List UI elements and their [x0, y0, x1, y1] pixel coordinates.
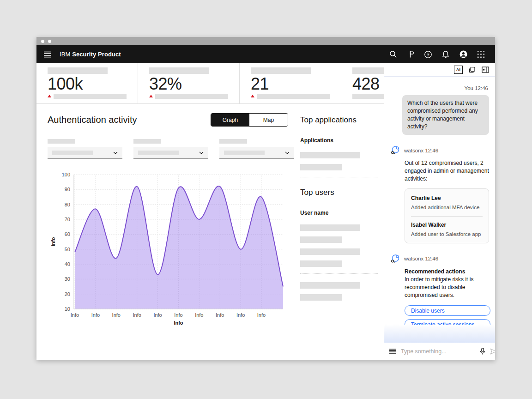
filter-label-skeleton	[48, 139, 75, 144]
app-window: IBM Security Product ?	[36, 37, 495, 360]
app-switcher-icon	[478, 51, 484, 58]
metric-card[interactable]: 21	[240, 63, 341, 103]
window-control-dot[interactable]	[41, 40, 44, 43]
metric-trend-skeleton	[257, 94, 330, 99]
app-header: IBM Security Product ?	[36, 45, 495, 63]
chat-input-bar	[384, 343, 495, 360]
top-users-title: Top users	[300, 186, 378, 197]
bot-message-text: Out of 12 compromised users, 2 engaged i…	[405, 159, 489, 183]
send-button[interactable]	[490, 348, 495, 355]
list-item-skeleton	[300, 282, 360, 289]
user-message-meta: You 12:46	[391, 85, 488, 91]
search-icon	[389, 50, 397, 58]
hamburger-menu-button[interactable]	[40, 47, 55, 62]
watsonx-avatar-icon	[390, 254, 400, 264]
chat-header: AI	[384, 63, 495, 77]
metric-cards-row: 100k 32% 21 428	[36, 63, 384, 104]
bot-message-body: Recommended actions In order to mitigate…	[405, 268, 489, 325]
filter-dropdown[interactable]	[133, 147, 208, 159]
chat-gradient	[384, 324, 495, 343]
collapse-panel-button[interactable]	[482, 66, 489, 73]
user-profile-button[interactable]	[455, 47, 471, 62]
list-item-skeleton	[300, 236, 342, 243]
svg-text:70: 70	[65, 217, 70, 222]
help-icon: ?	[424, 50, 432, 59]
bot-message-header: watsonx 12:46	[390, 254, 489, 264]
svg-text:Info: Info	[112, 312, 121, 318]
filter-dropdown-group	[219, 139, 294, 159]
trend-up-icon	[48, 95, 51, 97]
section-title: Authentication activity	[48, 113, 137, 125]
search-button[interactable]	[385, 47, 401, 62]
disable-users-button[interactable]: Disable users	[405, 305, 490, 316]
terminate-sessions-button[interactable]: Terminate active sessions	[405, 319, 490, 325]
copy-icon	[469, 66, 476, 73]
bot-message-meta: watsonx 12:46	[404, 148, 438, 153]
auth-activity-chart: 102030405060708090100InfoInfoInfoInfoInf…	[48, 171, 294, 326]
list-item-skeleton	[300, 224, 360, 231]
filter-label-skeleton	[219, 139, 247, 144]
window-titlebar[interactable]	[36, 37, 495, 45]
svg-text:Info: Info	[216, 312, 224, 318]
user-avatar-icon	[459, 50, 468, 59]
svg-text:90: 90	[65, 187, 70, 192]
filter-dropdown[interactable]	[48, 147, 122, 159]
svg-text:20: 20	[65, 291, 70, 297]
notifications-button[interactable]	[438, 47, 453, 62]
user-activity: Added additional MFA device	[411, 204, 483, 211]
chevron-down-icon	[113, 151, 118, 154]
applications-column-header: Applications	[300, 137, 378, 144]
filter-dropdown[interactable]	[219, 147, 294, 159]
ai-label-button[interactable]: AI	[454, 66, 463, 74]
toggle-graph-button[interactable]: Graph	[211, 114, 249, 126]
svg-text:Info: Info	[91, 312, 100, 318]
top-users-list-continued	[300, 282, 378, 301]
bot-message-header: watsonx 12:46	[390, 145, 489, 155]
help-button[interactable]: ?	[420, 47, 436, 62]
input-menu-button[interactable]	[389, 349, 396, 354]
app-title-main: Security Product	[72, 51, 121, 58]
app-switcher-button[interactable]	[473, 47, 489, 62]
signpost-button[interactable]	[403, 47, 418, 62]
filter-value-skeleton	[52, 151, 93, 155]
side-panel-icon	[482, 66, 489, 73]
svg-text:60: 60	[65, 231, 70, 237]
trend-up-icon	[251, 95, 254, 97]
app-title: IBM Security Product	[60, 51, 121, 58]
list-item-skeleton	[300, 164, 342, 170]
chevron-down-icon	[285, 151, 290, 154]
graph-map-toggle: Graph Map	[211, 113, 288, 127]
filters-row	[48, 139, 294, 159]
user-message-bubble: Which of the users that were compromised…	[402, 95, 489, 135]
user-activity: Added user to Salesforce app	[411, 230, 483, 238]
metric-trend-skeleton	[155, 94, 228, 99]
copy-chat-button[interactable]	[469, 66, 476, 73]
svg-text:Info: Info	[153, 312, 162, 318]
main-content: 100k 32% 21 428	[36, 63, 384, 360]
metric-card[interactable]: 32%	[138, 63, 240, 103]
metric-card[interactable]: 100k	[36, 63, 138, 103]
list-item-skeleton	[300, 248, 360, 255]
input-menu-icon	[389, 349, 396, 354]
list-item-skeleton	[300, 260, 342, 267]
user-name: Charlie Lee	[411, 194, 483, 202]
bell-icon	[441, 50, 450, 59]
window-control-dot[interactable]	[48, 40, 51, 43]
list-item-skeleton	[300, 294, 342, 301]
trend-up-icon	[149, 95, 153, 97]
metric-trend-skeleton	[54, 94, 127, 99]
filter-dropdown-group	[48, 139, 122, 159]
bot-message-body: Out of 12 compromised users, 2 engaged i…	[405, 159, 489, 243]
toggle-map-button[interactable]: Map	[249, 114, 288, 126]
compromised-users-card: Charlie Lee Added additional MFA device …	[405, 188, 489, 243]
filter-value-skeleton	[224, 151, 265, 155]
mic-button[interactable]	[480, 348, 485, 355]
svg-text:100: 100	[62, 172, 70, 177]
svg-text:80: 80	[65, 202, 70, 207]
svg-text:Info: Info	[236, 312, 245, 318]
chat-messages: You 12:46 Which of the users that were c…	[384, 77, 495, 325]
svg-text:Info: Info	[71, 312, 79, 318]
metric-value: 100k	[48, 75, 127, 93]
bot-message-text: In order to mitigate risks it is recomme…	[405, 276, 489, 299]
chat-text-input[interactable]	[401, 348, 475, 355]
